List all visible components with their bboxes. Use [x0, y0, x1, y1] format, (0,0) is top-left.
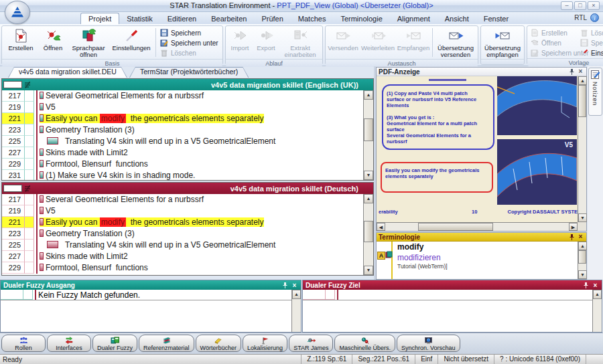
doc-tab-termstar[interactable]: TermStar (Projektwörterbücher): [129, 67, 249, 78]
versenden-button[interactable]: Versenden: [327, 27, 359, 58]
pin-icon[interactable]: [568, 68, 576, 76]
source-vertical-scrollbar[interactable]: ▲ ▼: [363, 90, 373, 180]
woerterbuecher-button[interactable]: Wörterbücher: [196, 335, 242, 352]
erstellen-button[interactable]: Erstellen: [3, 27, 38, 58]
vorlage-loeschen-button[interactable]: Löschen: [578, 28, 603, 37]
scroll-down-icon[interactable]: ▼: [578, 270, 587, 279]
scroll-up-icon[interactable]: ▲: [292, 290, 301, 299]
scroll-up-icon[interactable]: ▲: [578, 242, 587, 250]
export-button[interactable]: Export: [253, 27, 279, 58]
pdf-vertical-scrollbar[interactable]: ▲ ▼: [578, 76, 586, 222]
scroll-thumb[interactable]: [364, 221, 373, 242]
app-window: STAR Translation Environment - PPT_PDF_V…: [0, 0, 603, 364]
fuzzy-source-body[interactable]: Kein Fuzzy Match gefunden.: [1, 290, 291, 332]
ribbon-tab-bar: Projekt Statistik Editieren Bearbeiten P…: [0, 12, 603, 24]
sprachpaar-oeffnen-button[interactable]: Sprachpaar öffnen: [68, 27, 109, 58]
title-bar: STAR Translation Environment - PPT_PDF_V…: [0, 0, 603, 12]
referenzmaterial-button[interactable]: Referenzmaterial: [139, 335, 194, 352]
tab-fenster[interactable]: Fenster: [476, 13, 516, 24]
tab-projekt[interactable]: Projekt: [80, 13, 119, 24]
vorlage-speichern-button[interactable]: Speichern: [578, 38, 603, 48]
scroll-down-icon[interactable]: ▼: [364, 266, 373, 275]
einstellungen-button[interactable]: Einstellungen: [109, 27, 153, 58]
tab-bearbeiten[interactable]: Bearbeiten: [204, 13, 254, 24]
star-james-button[interactable]: STAR James: [289, 335, 333, 352]
template-delete-icon: [580, 29, 588, 37]
scroll-left-icon[interactable]: ◀: [377, 223, 385, 231]
pdf-horizontal-scrollbar[interactable]: ◀ ▶: [377, 222, 578, 231]
speichern-unter-button[interactable]: Speichern unter: [158, 38, 221, 48]
vorlage-einstellungen-button[interactable]: Einstellungen: [578, 48, 603, 58]
maschinelle-uebersetzung-button[interactable]: Maschinelle Übers.: [334, 335, 395, 352]
scroll-thumb[interactable]: [578, 250, 586, 264]
doc-tab-language-pair[interactable]: v4v5 data migration skillet.DEU: [8, 67, 127, 78]
segment-row: 227Skins made with Limit2: [2, 147, 363, 159]
segment-marker: [40, 207, 44, 214]
close-panel-icon[interactable]: ×: [577, 68, 584, 76]
mail-send-icon: [336, 28, 351, 43]
terminology-scrollbar[interactable]: ▲ ▼: [578, 242, 586, 279]
tab-editieren[interactable]: Editieren: [160, 13, 204, 24]
terminology-body[interactable]: A modify modifizieren Tutorial (WebTerm)…: [377, 242, 578, 279]
pdf-page[interactable]: (1) Copy and Paste V4 multi patch surfac…: [377, 76, 578, 222]
uebersetzung-empfangen-button[interactable]: Übersetzung empfangen: [482, 27, 523, 58]
source-term[interactable]: modify: [397, 242, 576, 252]
rtl-toggle[interactable]: RTL: [574, 14, 587, 21]
tab-ansicht[interactable]: Ansicht: [438, 13, 476, 24]
rollen-button[interactable]: Rollen: [1, 335, 46, 352]
pin-icon[interactable]: [582, 282, 590, 289]
dualer-fuzzy-button[interactable]: Dualer Fuzzy: [92, 335, 137, 352]
info-icon[interactable]: i: [590, 13, 599, 22]
pdf-callout-top: (1) Copy and Paste V4 multi patch surfac…: [382, 84, 494, 150]
tab-terminologie[interactable]: Terminologie: [333, 13, 389, 24]
pin-icon[interactable]: [281, 282, 289, 289]
mail-forward-icon: [371, 28, 386, 43]
fuzzy-target-body[interactable]: [303, 290, 592, 332]
target-vertical-scrollbar[interactable]: ▲ ▼: [363, 194, 373, 275]
close-button[interactable]: ×: [588, 1, 600, 10]
tab-pruefen[interactable]: Prüfen: [254, 13, 290, 24]
target-rows[interactable]: 217Several Geometrical Elements for a nu…: [2, 194, 363, 275]
maximize-button[interactable]: □: [574, 1, 586, 10]
target-term-link[interactable]: modifizieren: [397, 253, 576, 262]
pin-icon[interactable]: [568, 234, 576, 241]
scroll-up-icon[interactable]: ▲: [593, 290, 602, 299]
synchron-vorschau-button[interactable]: Synchron. Vorschau: [397, 335, 460, 352]
vorlage-oeffnen-button[interactable]: Öffnen: [529, 38, 578, 48]
oeffnen-button[interactable]: Öffnen: [38, 27, 68, 58]
source-rows[interactable]: 217Several Geometrical Elements for a nu…: [2, 90, 363, 180]
empfangen-button[interactable]: Empfangen: [397, 27, 430, 58]
vorlage-speichern-unter-button[interactable]: Speichern unter: [529, 48, 578, 58]
fuzzy-target-scrollbar[interactable]: ▲: [592, 290, 602, 332]
loeschen-button[interactable]: Löschen: [158, 48, 221, 58]
scroll-thumb[interactable]: [418, 223, 493, 231]
scroll-thumb[interactable]: [578, 85, 586, 117]
speichern-button[interactable]: Speichern: [158, 28, 221, 37]
segment-status-box: [3, 185, 22, 192]
extrakt-einarbeiten-button[interactable]: Extrakt einarbeiten: [279, 27, 321, 58]
lokalisierung-button[interactable]: Lokalisierung: [243, 335, 287, 352]
scroll-thumb[interactable]: [364, 118, 373, 141]
vorlage-erstellen-button[interactable]: Erstellen: [529, 28, 578, 37]
scroll-down-icon[interactable]: ▼: [578, 213, 587, 222]
weiterleiten-button[interactable]: Weiterleiten: [359, 27, 397, 58]
notes-tab[interactable]: Notizen: [588, 68, 602, 116]
import-button[interactable]: Import: [227, 27, 253, 58]
application-menu-button[interactable]: [5, 1, 30, 24]
tab-statistik[interactable]: Statistik: [119, 13, 160, 24]
scroll-up-icon[interactable]: ▲: [578, 76, 587, 85]
minimize-button[interactable]: –: [561, 1, 573, 10]
interfaces-button[interactable]: Interfaces: [47, 335, 91, 352]
scroll-down-icon[interactable]: ▼: [364, 171, 373, 180]
fuzzy-source-scrollbar[interactable]: ▲: [291, 290, 301, 332]
close-panel-icon[interactable]: ×: [291, 282, 298, 289]
tab-matches[interactable]: Matches: [291, 13, 334, 24]
scroll-right-icon[interactable]: ▶: [569, 223, 578, 231]
close-panel-icon[interactable]: ×: [592, 282, 599, 289]
source-pane-header: v4v5 data migration skillet (Englisch (U…: [2, 79, 373, 90]
tab-alignment[interactable]: Alignment: [390, 13, 438, 24]
scroll-up-icon[interactable]: ▲: [364, 194, 373, 203]
uebersetzung-versenden-button[interactable]: Übersetzung versenden: [435, 27, 476, 58]
close-panel-icon[interactable]: ×: [577, 234, 584, 241]
scroll-up-icon[interactable]: ▲: [364, 90, 373, 100]
